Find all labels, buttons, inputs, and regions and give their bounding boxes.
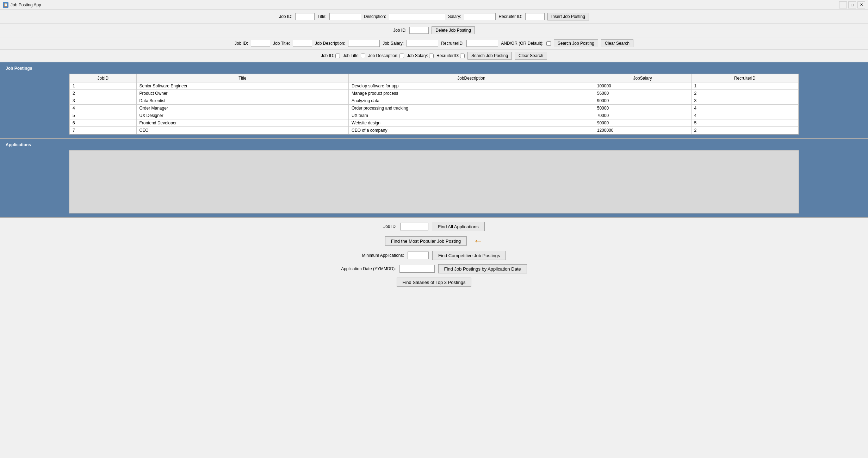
table-cell: 5 <box>691 119 799 127</box>
title-bar: 📋 Job Posting App ─ □ ✕ <box>0 0 868 10</box>
search-recruiter-label: RecruiterID: <box>441 41 464 46</box>
find-all-row: Job ID: Find All Applications <box>383 222 485 231</box>
insert-row: Job ID: Title: Description: Salary: Recr… <box>0 10 868 24</box>
search-desc-input[interactable] <box>348 40 380 47</box>
insert-desc-label: Description: <box>364 14 386 19</box>
search-salary-input[interactable] <box>407 40 438 47</box>
table-header: JobID Title JobDescription JobSalary Rec… <box>70 74 799 82</box>
find-most-popular-button[interactable]: Find the Most Popular Job Posting <box>385 236 467 246</box>
chk-salary-label: Job Salary: <box>407 53 434 58</box>
min-apps-input[interactable] <box>408 252 429 259</box>
chk-title[interactable] <box>361 54 365 58</box>
table-cell: Senior Software Engineer <box>136 82 349 90</box>
title-bar-controls[interactable]: ─ □ ✕ <box>839 1 865 8</box>
app-date-label: Application Date (YYMMDD): <box>341 266 396 271</box>
title-bar-left: 📋 Job Posting App <box>3 2 41 8</box>
andor-checkbox[interactable] <box>546 41 551 46</box>
search-title-label: Job Title: <box>273 41 290 46</box>
chk-title-label: Job Title: <box>343 53 365 58</box>
clear-chk-button[interactable]: Clear Search <box>515 52 547 60</box>
insert-desc-input[interactable] <box>389 13 445 20</box>
job-postings-body: 1Senior Software EngineerDevelop softwar… <box>70 82 799 134</box>
insert-salary-label: Salary: <box>448 14 461 19</box>
delete-button[interactable]: Delete Job Posting <box>432 26 475 34</box>
table-cell: 50000 <box>594 105 691 112</box>
col-jobid: JobID <box>70 74 137 82</box>
chk-recruiter[interactable] <box>460 54 465 58</box>
table-row[interactable]: 4Order ManagerOrder processing and track… <box>70 105 799 112</box>
insert-title-input[interactable] <box>329 13 361 20</box>
table-cell: 90000 <box>594 97 691 105</box>
table-cell: Order processing and tracking <box>349 105 594 112</box>
chk-recruiter-label: RecruiterID: <box>436 53 465 58</box>
min-apps-label: Minimum Applications: <box>362 253 404 258</box>
insert-recruiterid-label: Recruiter ID: <box>498 14 522 19</box>
table-cell: 70000 <box>594 112 691 119</box>
chk-jobid[interactable] <box>335 54 340 58</box>
clear-text-button[interactable]: Clear Search <box>601 39 633 47</box>
delete-jobid-label: Job ID: <box>393 28 407 33</box>
close-button[interactable]: ✕ <box>857 1 865 8</box>
minimize-button[interactable]: ─ <box>839 1 847 8</box>
find-salaries-row: Find Salaries of Top 3 Postings <box>397 278 472 287</box>
table-cell: 1200000 <box>594 127 691 134</box>
insert-button[interactable]: Insert Job Posting <box>547 13 589 20</box>
table-row[interactable]: 2Product OwnerManage product process5600… <box>70 90 799 97</box>
search-recruiter-input[interactable] <box>466 40 498 47</box>
insert-salary-input[interactable] <box>464 13 496 20</box>
maximize-button[interactable]: □ <box>848 1 856 8</box>
insert-jobid-input[interactable] <box>295 13 315 20</box>
job-postings-table: JobID Title JobDescription JobSalary Rec… <box>69 74 799 134</box>
table-cell: 2 <box>70 90 137 97</box>
insert-title-label: Title: <box>317 14 327 19</box>
table-row[interactable]: 5UX DesignerUX team700004 <box>70 112 799 119</box>
find-all-jobid-label: Job ID: <box>383 224 397 229</box>
col-salary: JobSalary <box>594 74 691 82</box>
table-cell: CEO of a company <box>349 127 594 134</box>
table-row[interactable]: 7CEOCEO of a company12000002 <box>70 127 799 134</box>
applications-table-container <box>69 150 799 213</box>
table-cell: CEO <box>136 127 349 134</box>
table-cell: Frontend Developer <box>136 119 349 127</box>
insert-recruiterid-input[interactable] <box>525 13 545 20</box>
applications-label: Applications <box>6 142 862 147</box>
table-cell: 2 <box>691 127 799 134</box>
find-by-date-row: Application Date (YYMMDD): Find Job Post… <box>341 264 527 273</box>
bottom-controls: Job ID: Find All Applications Find the M… <box>0 218 868 291</box>
find-salaries-button[interactable]: Find Salaries of Top 3 Postings <box>397 278 472 287</box>
search-text-row: Job ID: Job Title: Job Description: Job … <box>0 37 868 50</box>
find-all-apps-button[interactable]: Find All Applications <box>432 222 485 231</box>
chk-desc[interactable] <box>399 54 404 58</box>
find-competitive-row: Minimum Applications: Find Competitive J… <box>362 251 506 260</box>
table-cell: 4 <box>691 105 799 112</box>
table-row[interactable]: 1Senior Software EngineerDevelop softwar… <box>70 82 799 90</box>
table-row[interactable]: 3Data ScientistAnalyzing data900003 <box>70 97 799 105</box>
table-cell: 3 <box>70 97 137 105</box>
find-by-date-button[interactable]: Find Job Postings by Application Date <box>438 264 527 273</box>
table-cell: Order Manager <box>136 105 349 112</box>
delete-jobid-input[interactable] <box>409 27 429 34</box>
job-postings-label: Job Postings <box>6 66 862 71</box>
search-jobid-label: Job ID: <box>235 41 248 46</box>
find-competitive-button[interactable]: Find Competitive Job Postings <box>432 251 506 260</box>
search-title-input[interactable] <box>293 40 312 47</box>
search-text-button[interactable]: Search Job Posting <box>554 39 598 47</box>
search-chk-button[interactable]: Search Job Posting <box>467 52 512 60</box>
andor-label: AND/OR (OR Default): <box>501 41 544 46</box>
job-postings-panel: Job Postings JobID Title JobDescription … <box>0 62 868 139</box>
table-cell: 1 <box>70 82 137 90</box>
chk-salary[interactable] <box>429 54 434 58</box>
find-popular-row: Find the Most Popular Job Posting ← <box>385 235 483 247</box>
app-date-input[interactable] <box>399 265 435 273</box>
delete-row: Job ID: Delete Job Posting <box>0 24 868 37</box>
table-cell: 5 <box>70 112 137 119</box>
table-cell: Website design <box>349 119 594 127</box>
search-checkbox-row: Job ID: Job Title: Job Description: Job … <box>0 50 868 62</box>
table-cell: 4 <box>691 112 799 119</box>
search-jobid-input[interactable] <box>251 40 270 47</box>
find-all-jobid-input[interactable] <box>400 223 428 230</box>
table-row[interactable]: 6Frontend DeveloperWebsite design900005 <box>70 119 799 127</box>
insert-jobid-label: Job ID: <box>279 14 292 19</box>
table-cell: Analyzing data <box>349 97 594 105</box>
chk-desc-label: Job Description: <box>368 53 404 58</box>
